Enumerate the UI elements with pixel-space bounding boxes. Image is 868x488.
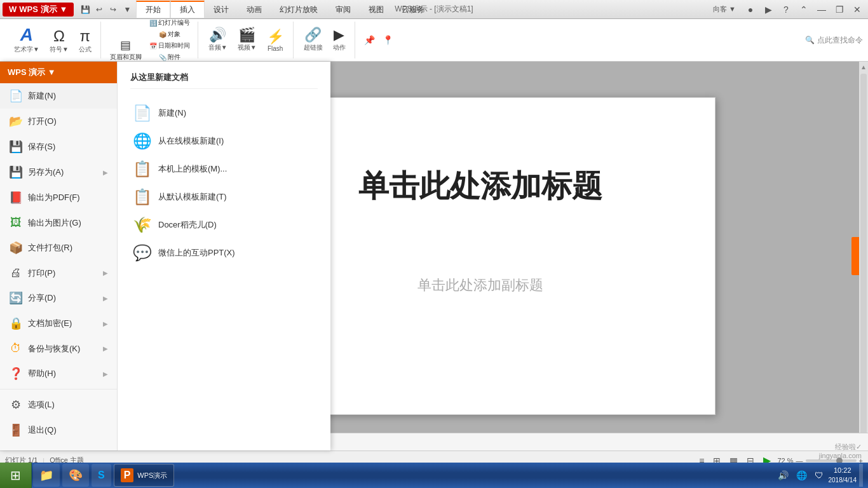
header-footer-label: 页眉和页脚 [110,53,142,62]
tab-slideshow[interactable]: 幻灯片放映 [271,1,327,18]
tab-design[interactable]: 设计 [205,1,238,18]
object-btn[interactable]: 📦对象 [147,29,193,39]
save-file-label: 保存(S) [28,141,55,152]
new-item-wechat[interactable]: 💬 微信上的互动PPT(X) [130,239,318,267]
taskbar-sogou[interactable]: S [92,464,111,487]
slide-number-btn[interactable]: 🔢幻灯片编号 [147,18,193,28]
saveas-icon: 💾 [9,165,23,179]
new-item-online[interactable]: 🌐 从在线模板新建(I) [130,127,318,155]
tab-animation[interactable]: 动画 [238,1,271,18]
datetime-btn[interactable]: 📅日期和时间 [147,41,193,51]
search-placeholder[interactable]: 点此查找命令 [817,35,863,46]
taskbar-explorer[interactable]: 📁 [33,464,60,487]
file-menu-saveas[interactable]: 💾 另存为(A) ▶ [0,159,117,185]
restore-btn[interactable]: ❐ [831,3,848,16]
file-menu-open[interactable]: 📂 打开(O) [0,109,117,134]
menu-separator-1 [0,389,117,390]
new-item-default-template[interactable]: 📋 从默认模板新建(T) [130,183,318,211]
file-menu-backup[interactable]: ⏱ 备份与恢复(K) ▶ [0,336,117,361]
taskbar-paint[interactable]: 🎨 [62,464,89,487]
slide-num-row: 🔢幻灯片编号 [149,18,190,27]
start-button[interactable]: ⊞ [0,463,32,488]
symbol-label: 符号▼ [50,45,69,54]
scrollbar-right[interactable]: ▲ ▼ [859,62,868,451]
formula-btn[interactable]: π 公式 [75,27,95,55]
new-item-docer[interactable]: 🌾 Docer稻壳儿(D) [130,211,318,239]
file-menu-options[interactable]: ⚙ 选项(L) [0,392,117,417]
header-footer-icon: ▤ [120,38,131,52]
clock: 10:22 2018/4/14 [829,466,857,484]
show-desktop-btn[interactable] [859,464,863,487]
tab-start[interactable]: 开始 [136,1,170,18]
file-menu-right: 从这里新建文档 📄 新建(N) 🌐 从在线模板新建(I) 📋 本机上的模板(M)… [118,62,330,451]
new-item-local-template[interactable]: 📋 本机上的模板(M)... [130,155,318,183]
zoom-slider[interactable] [806,459,857,462]
attachment-btn[interactable]: 📎附件 [147,52,193,62]
file-menu-pdf[interactable]: 📕 输出为PDF(F) [0,185,117,210]
save-quick-btn[interactable]: 💾 [79,3,92,16]
orange-side-tab[interactable] [851,237,859,275]
wps-logo-button[interactable]: W WPS 演示 ▼ [3,3,74,17]
network-icon[interactable]: 🌐 [794,469,810,482]
time-display: 10:22 [829,466,857,475]
date-display: 2018/4/14 [829,476,857,485]
hyperlink-btn[interactable]: 🔗 超链接 [300,27,327,53]
tab-insert[interactable]: 插入 [170,1,205,18]
pin-btn[interactable]: 📌 [362,34,377,46]
play-btn[interactable]: ▶ [760,3,776,16]
undo-btn[interactable]: ↩ [93,3,105,16]
taskbar-wps[interactable]: P WPS演示 [114,464,175,487]
action-icon: ▶ [334,28,344,42]
file-menu-image[interactable]: 🖼 输出为图片(G) [0,210,117,235]
user-name: 向客 ▼ [708,4,741,14]
text-group-items: A 艺术字▼ Ω 符号▼ π 公式 [10,25,95,55]
file-menu-new[interactable]: 📄 新建(N) [0,83,117,109]
redo-btn[interactable]: ↪ [107,3,119,16]
symbol-btn[interactable]: Ω 符号▼ [46,27,72,55]
file-menu-help[interactable]: ❓ 帮助(H) ▶ [0,361,117,386]
video-btn[interactable]: 🎬 视频▼ [234,27,261,53]
backup-label: 备份与恢复(K) [28,343,80,355]
action-btn[interactable]: ▶ 动作 [329,27,349,53]
minimize-btn[interactable]: — [813,3,830,16]
explorer-icon: 📁 [39,468,53,482]
help-btn[interactable]: ? [778,3,794,16]
file-menu-encrypt[interactable]: 🔒 文档加密(E) ▶ [0,311,117,336]
formula-icon: π [80,29,91,44]
audio-btn[interactable]: 🔊 音频▼ [205,27,231,53]
file-menu-exit[interactable]: 🚪 退出(Q) [0,417,117,443]
security-icon[interactable]: 🛡 [812,469,826,482]
record-btn[interactable]: ● [742,3,759,16]
ribbon-toggle[interactable]: ⌃ [796,3,812,16]
encrypt-icon: 🔒 [9,316,23,330]
slide-title-placeholder[interactable]: 单击此处添加标题 [277,168,684,205]
hyperlink-icon: 🔗 [304,28,322,42]
ribbon-extras: 📌 📍 [362,34,396,46]
search-icon: 🔍 [805,36,815,44]
new-blank-icon: 📄 [133,104,151,122]
tab-view[interactable]: 视图 [360,1,393,18]
watermark-text: 经验啦✓ [819,442,862,452]
datetime-icon: 📅 [149,43,157,50]
file-menu-print[interactable]: 🖨 打印(P) ▶ [0,261,117,285]
slide-subtitle-placeholder[interactable]: 单击此处添加副标题 [322,276,639,295]
wps-menu-header[interactable]: WPS 演示 ▼ [0,62,117,83]
scroll-up-arrow[interactable]: ▲ [858,62,868,72]
print-label: 打印(P) [28,268,55,279]
art-text-btn[interactable]: A 艺术字▼ [10,25,43,55]
wps-logo-arrow: ▼ [60,4,68,14]
quick-access-toolbar: 💾 ↩ ↪ ▼ [76,3,136,16]
encrypt-arrow: ▶ [103,320,108,327]
qa-dropdown[interactable]: ▼ [121,3,133,16]
file-menu-package[interactable]: 📦 文件打包(R) [0,235,117,261]
tab-review[interactable]: 审阅 [327,1,360,18]
file-menu-save[interactable]: 💾 保存(S) [0,134,117,159]
file-menu-share[interactable]: 🔄 分享(D) ▶ [0,285,117,311]
volume-icon[interactable]: 🔊 [775,469,791,482]
new-item-blank[interactable]: 📄 新建(N) [130,99,318,127]
paint-icon: 🎨 [69,468,83,482]
header-footer-btn[interactable]: ▤ 页眉和页脚 [107,37,144,62]
flash-btn[interactable]: ⚡ Flash [263,29,288,53]
close-btn[interactable]: ✕ [849,3,865,16]
unpin-btn[interactable]: 📍 [380,34,396,46]
